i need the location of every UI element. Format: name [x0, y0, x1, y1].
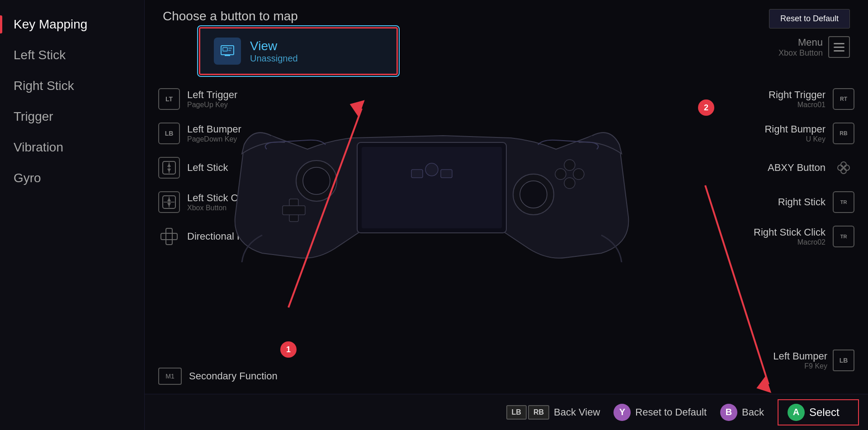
abxy-row[interactable]: ABXY Button [683, 157, 854, 179]
svg-point-19 [838, 165, 843, 170]
svg-marker-11 [167, 169, 171, 172]
sidebar-label-left-stick: Left Stick [14, 48, 66, 62]
back-label: Back [742, 406, 764, 418]
y-button[interactable]: Y [613, 404, 631, 421]
svg-rect-1 [223, 47, 227, 51]
left-bumper-bottom: Left Bumper F9 Key LB [773, 350, 854, 371]
view-name: View [250, 39, 298, 53]
right-bumper-info: Right Bumper U Key [764, 123, 826, 143]
tr-click-icon: TR [833, 226, 854, 247]
svg-rect-35 [411, 170, 423, 178]
svg-rect-5 [834, 43, 844, 44]
right-stick-click-name: Right Stick Click [754, 227, 826, 238]
reset-default-action: Y Reset to Default [613, 404, 707, 421]
view-text: View Unassigned [250, 39, 298, 64]
bottom-bar: LB RB Back View Y Reset to Default B Bac… [145, 394, 868, 430]
svg-rect-3 [228, 50, 231, 51]
right-trigger-info: Right Trigger Macro01 [769, 89, 826, 109]
right-trigger-name: Right Trigger [769, 89, 826, 101]
back-action: B Back [720, 404, 764, 421]
right-stick-row[interactable]: Right Stick TR [683, 191, 854, 213]
top-bar: Choose a button to map Reset to Default [145, 9, 868, 28]
svg-point-20 [844, 165, 849, 170]
view-icon [214, 38, 241, 65]
tr-icon: TR [833, 191, 854, 213]
rt-icon: RT [833, 88, 854, 110]
lb-button[interactable]: LB [506, 405, 527, 420]
menu-label: Menu [778, 37, 823, 48]
right-stick-name: Right Stick [778, 196, 826, 208]
main-content: Choose a button to map Reset to Default … [145, 0, 868, 430]
sidebar-label-trigger: Trigger [14, 109, 53, 123]
svg-rect-34 [283, 206, 305, 215]
svg-point-31 [573, 169, 584, 180]
svg-point-26 [303, 167, 330, 194]
back-view-action: LB RB Back View [506, 405, 600, 420]
view-sub: Unassigned [250, 53, 298, 64]
right-bumper-row[interactable]: Right Bumper U Key RB [683, 123, 854, 144]
right-stick-click-info: Right Stick Click Macro02 [754, 227, 826, 246]
sidebar-item-right-stick[interactable]: Right Stick [0, 71, 144, 101]
choose-title: Choose a button to map [163, 9, 298, 24]
svg-point-29 [564, 160, 575, 170]
badge-2: 2 [698, 99, 714, 116]
svg-point-22 [841, 168, 846, 174]
secondary-info: Secondary Function [189, 370, 278, 382]
secondary-name: Secondary Function [189, 370, 278, 382]
abxy-info: ABXY Button [768, 162, 826, 174]
sidebar: Key Mapping Left Stick Right Stick Trigg… [0, 0, 145, 430]
b-button[interactable]: B [720, 404, 737, 421]
sidebar-item-vibration[interactable]: Vibration [0, 132, 144, 163]
svg-rect-2 [228, 47, 232, 49]
menu-top-right: Menu Xbox Button [778, 36, 850, 58]
rb-button[interactable]: RB [528, 405, 549, 420]
sidebar-label-gyro: Gyro [14, 171, 41, 185]
svg-marker-10 [167, 163, 171, 167]
right-stick-info: Right Stick [778, 196, 826, 208]
svg-rect-18 [161, 233, 177, 240]
svg-rect-17 [166, 228, 172, 245]
sidebar-item-key-mapping[interactable]: Key Mapping [0, 9, 144, 40]
sidebar-label-vibration: Vibration [14, 140, 63, 154]
svg-marker-15 [167, 203, 171, 207]
badge-1: 1 [280, 341, 297, 358]
lb-rb-combo: LB RB [506, 405, 549, 420]
sidebar-label-right-stick: Right Stick [14, 79, 74, 93]
lt-icon: LT [158, 88, 180, 110]
lb-bottom-sub: F9 Key [773, 362, 827, 370]
abxy-name: ABXY Button [768, 162, 826, 174]
back-view-label: Back View [554, 406, 600, 418]
a-button[interactable]: A [788, 404, 805, 421]
select-action-box[interactable]: A Select [778, 399, 859, 425]
lb-bottom-icon: LB [833, 350, 854, 371]
tl-icon [158, 157, 180, 179]
m1-icon: M1 [158, 368, 182, 385]
right-stick-click-sub: Macro02 [754, 238, 826, 246]
lb-icon: LB [158, 123, 180, 144]
right-stick-click-row[interactable]: Right Stick Click Macro02 TR [683, 226, 854, 247]
rb-icon: RB [833, 123, 854, 144]
right-bumper-name: Right Bumper [764, 123, 826, 135]
gamepad-illustration [217, 90, 646, 262]
sidebar-item-trigger[interactable]: Trigger [0, 101, 144, 132]
sidebar-label-key-mapping: Key Mapping [14, 17, 87, 31]
select-label: Select [809, 406, 840, 419]
reset-label: Reset to Default [635, 406, 707, 418]
svg-marker-14 [167, 198, 171, 201]
view-selected-box: View Unassigned [199, 27, 398, 75]
svg-point-37 [425, 163, 438, 176]
dpad-icon [158, 226, 180, 247]
reset-to-default-button[interactable]: Reset to Default [769, 9, 850, 28]
svg-rect-7 [834, 50, 844, 52]
sidebar-item-gyro[interactable]: Gyro [0, 163, 144, 194]
abxy-icon [833, 157, 854, 179]
svg-rect-36 [441, 170, 452, 178]
svg-point-30 [555, 169, 566, 180]
lb-bottom-name: Left Bumper [773, 350, 827, 362]
right-bumper-sub: U Key [764, 135, 826, 143]
svg-point-32 [564, 178, 575, 189]
right-trigger-sub: Macro01 [769, 101, 826, 109]
sidebar-item-left-stick[interactable]: Left Stick [0, 40, 144, 71]
menu-icon [828, 36, 850, 58]
secondary-function-row[interactable]: M1 Secondary Function [158, 368, 278, 385]
